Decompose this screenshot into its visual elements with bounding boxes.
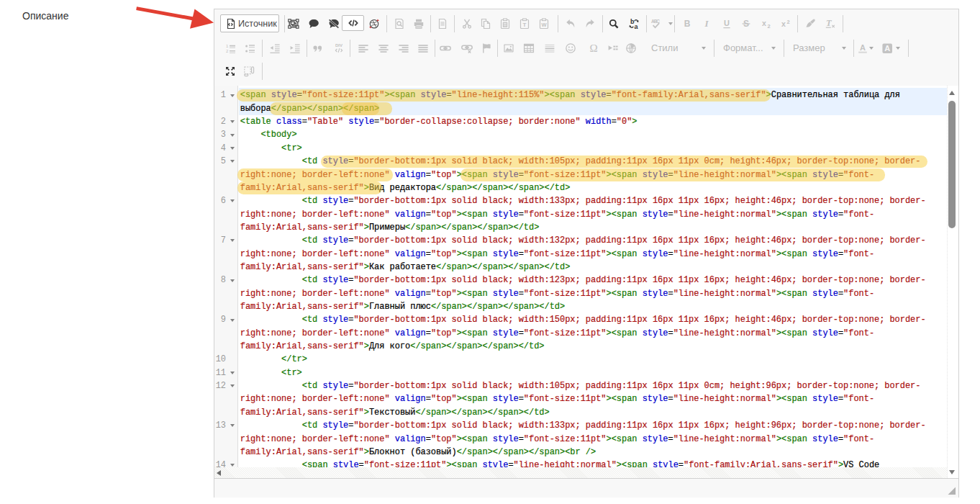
svg-text:I: I <box>704 18 709 29</box>
svg-text:2: 2 <box>767 23 770 30</box>
svg-text:A: A <box>860 43 866 52</box>
svg-text:DIV: DIV <box>335 43 342 48</box>
svg-text:x: x <box>762 19 766 27</box>
svg-text:Ω: Ω <box>589 42 597 54</box>
svg-text:T: T <box>522 22 526 28</box>
svg-text:1: 1 <box>226 44 229 48</box>
svg-text:x: x <box>781 19 786 28</box>
svg-text:2: 2 <box>226 49 229 53</box>
svg-text:B: B <box>684 19 691 29</box>
svg-text:a: a <box>634 23 638 30</box>
svg-text:2: 2 <box>786 19 789 25</box>
svg-text:U: U <box>724 19 730 27</box>
svg-text:A: A <box>884 44 890 53</box>
svg-text:T: T <box>826 18 832 28</box>
svg-text:W: W <box>541 22 547 28</box>
